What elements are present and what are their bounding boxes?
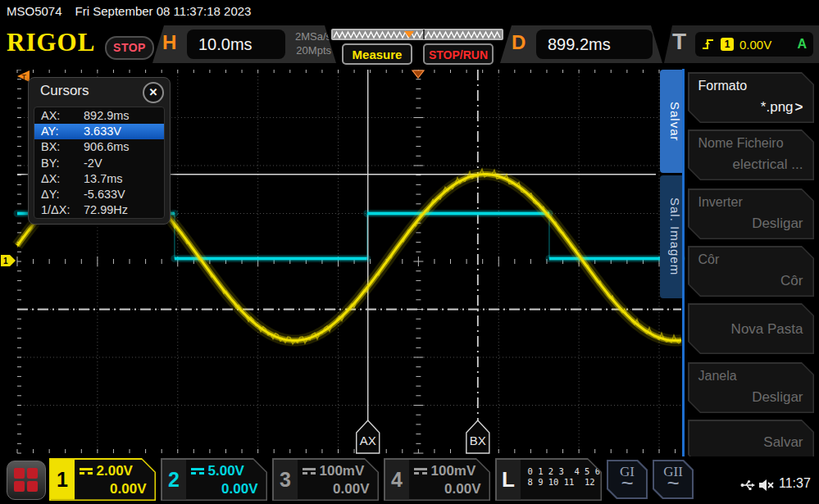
- menu-grid-button[interactable]: [7, 461, 46, 500]
- cursor-row-dy[interactable]: ΔY:-5.633V: [34, 187, 164, 202]
- save-menu-sidebar: Salvar Sal. Imagem Formato *.png> Nome F…: [660, 69, 819, 474]
- channel-4-box[interactable]: 4 100mV 0.00V: [384, 458, 490, 501]
- d-label: D: [512, 31, 526, 54]
- trigger-source-badge: 1: [721, 38, 734, 51]
- memory-depth: 20Mpts: [289, 43, 331, 57]
- cursors-value-list: AX:892.9ms AY:3.633V BX:906.6ms BY:-2V Δ…: [34, 107, 165, 219]
- menu-item-formato[interactable]: Formato *.png>: [688, 72, 814, 123]
- menu-item-nova-pasta[interactable]: Nova Pasta: [688, 303, 814, 354]
- menu-item-janela[interactable]: Janela Desligar: [688, 362, 814, 413]
- channel-4-number: 4: [385, 460, 409, 500]
- menu-item-nome-ficheiro[interactable]: Nome Ficheiro electrical ...: [688, 129, 814, 180]
- delay-group[interactable]: D 899.2ms: [500, 25, 662, 63]
- channel-2-box[interactable]: 2 5.00V 0.00V: [161, 458, 267, 501]
- channel-3-box[interactable]: 3 100mV 0.00V: [272, 458, 379, 501]
- cursor-row-freq[interactable]: 1/ΔX:72.99Hz: [34, 202, 164, 218]
- tab-salvar[interactable]: Salvar: [660, 70, 682, 173]
- model-label: MSO5074: [7, 4, 62, 18]
- channel-status-bar: 1 2.00V 0.00V 2 5.00V 0.00V 3 100mV 0.00…: [0, 456, 819, 504]
- stop-run-button[interactable]: STOP/RUN: [423, 43, 494, 65]
- g2-generator-button[interactable]: GII ~: [653, 460, 694, 499]
- dc-coupling-icon: [414, 468, 427, 474]
- dc-coupling-icon: [191, 468, 204, 474]
- delay-value[interactable]: 899.2ms: [536, 30, 653, 59]
- tab-sal-imagem[interactable]: Sal. Imagem: [660, 175, 682, 298]
- rigol-logo: RIGOL: [7, 28, 95, 57]
- dc-coupling-icon: [80, 468, 93, 474]
- cursor-ax-flag[interactable]: AX: [357, 434, 380, 447]
- oscilloscope-screen: MSO5074Fri September 08 11:37:18 2023 RI…: [0, 0, 819, 504]
- usb-icon: [740, 478, 755, 493]
- waveform-position-bar[interactable]: [331, 29, 503, 40]
- cursor-row-by[interactable]: BY:-2V: [34, 156, 164, 171]
- trigger-level-value: 0.00V: [739, 38, 791, 52]
- trigger-pill[interactable]: 1 0.00V A: [695, 32, 813, 57]
- channel-1-number: 1: [51, 460, 75, 500]
- rising-edge-icon: [702, 38, 715, 51]
- cursor-row-dx[interactable]: ΔX:13.7ms: [34, 171, 164, 187]
- channel-3-number: 3: [274, 460, 298, 500]
- cursor-row-ay[interactable]: AY:3.633V: [34, 124, 164, 139]
- sine-wave-icon: ~: [608, 479, 646, 487]
- cursor-bx-flag[interactable]: BX: [466, 434, 489, 447]
- clock-label: 11:37: [779, 476, 811, 491]
- close-icon[interactable]: ✕: [143, 82, 164, 103]
- menu-item-cor[interactable]: Côr Côr: [688, 246, 814, 297]
- trigger-mode-badge: A: [797, 37, 807, 52]
- channel-2-number: 2: [162, 460, 186, 500]
- horizontal-timebase-group[interactable]: H 10.0ms 2MSa/s 20Mpts: [152, 25, 336, 63]
- measure-button[interactable]: Measure: [342, 43, 412, 65]
- cursors-panel[interactable]: Cursors ✕ AX:892.9ms AY:3.633V BX:906.6m…: [28, 77, 171, 225]
- cursor-row-bx[interactable]: BX:906.6ms: [34, 139, 164, 155]
- menu-item-inverter[interactable]: Inverter Desligar: [688, 188, 814, 239]
- datetime-label: Fri September 08 11:37:18 2023: [75, 4, 252, 18]
- svg-text:1: 1: [3, 257, 8, 266]
- cursors-panel-title: Cursors: [40, 83, 89, 99]
- chevron-right-icon: >: [795, 99, 803, 115]
- sample-rate: 2MSa/s: [289, 30, 331, 43]
- run-status-badge[interactable]: STOP: [105, 36, 154, 60]
- t-label: T: [672, 29, 686, 55]
- top-info-bar: MSO5074Fri September 08 11:37:18 2023: [7, 4, 264, 18]
- logic-label: L: [497, 460, 521, 500]
- dc-coupling-icon: [303, 468, 316, 474]
- cursor-row-ax[interactable]: AX:892.9ms: [34, 108, 164, 124]
- trigger-group[interactable]: T 1 0.00V A: [664, 25, 819, 63]
- sine-wave-icon: ~: [654, 479, 692, 487]
- timebase-value[interactable]: 10.0ms: [187, 30, 285, 59]
- h-label: H: [162, 31, 176, 54]
- logic-channels-box[interactable]: L 0 1 2 3 4 5 6 78 9 10 11 12 13 14 15: [495, 458, 602, 501]
- speaker-muted-icon[interactable]: [758, 478, 776, 493]
- channel-1-box[interactable]: 1 2.00V 0.00V: [49, 458, 156, 501]
- svg-text:T: T: [22, 73, 27, 81]
- g1-generator-button[interactable]: GI ~: [607, 460, 648, 499]
- acquisition-rates: 2MSa/s 20Mpts: [289, 30, 331, 57]
